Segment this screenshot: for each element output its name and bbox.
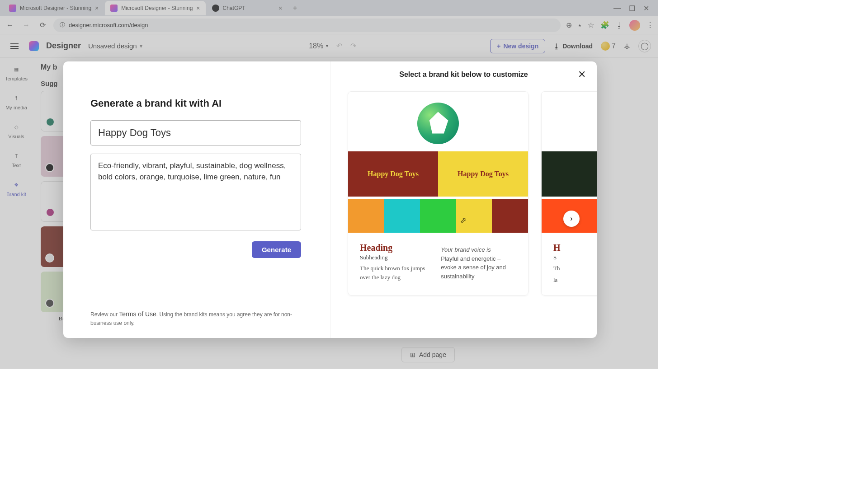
sample-body: la [553,276,561,285]
sample-subheading: Subheading [360,254,432,261]
kit-typography: Heading Subheading The quick brown fox j… [348,233,528,282]
color-chip [348,199,384,233]
kit-banners: Happy Dog Toys Happy Dog Toys [348,151,528,197]
brand-name-input[interactable] [90,120,301,145]
modal-right-panel: ✕ Select a brand kit below to customize … [330,61,597,338]
color-chip [492,199,528,233]
sample-heading: H [553,243,561,253]
color-chip [384,199,420,233]
voice-label: Your brand voice is [441,245,516,254]
brand-kit-card[interactable]: H H S Th la [541,91,597,296]
kit-typography: H S Th la [542,233,597,284]
kit-carousel[interactable]: Happy Dog Toys Happy Dog Toys Heading Su… [330,91,597,296]
sample-body: Th [553,264,561,273]
close-modal-button[interactable]: ✕ [578,69,586,80]
banner-primary: H [542,151,597,197]
terms-prefix: Review our [90,311,119,318]
voice-body: Playful and energetic – evoke a sense of… [441,254,516,281]
banner-primary: Happy Dog Toys [348,151,438,197]
color-palette [348,199,528,233]
brand-kit-modal: Generate a brand kit with AI Eco-friendl… [63,61,597,338]
kit-selector-title: Select a brand kit below to customize [330,70,597,79]
modal-title: Generate a brand kit with AI [90,98,301,109]
sample-subheading: S [553,254,561,261]
chevron-right-icon: › [570,215,572,223]
banner-secondary: Happy Dog Toys [438,151,528,197]
sample-heading: Heading [360,243,432,253]
color-chip [420,199,456,233]
generate-button[interactable]: Generate [252,241,301,258]
carousel-next-button[interactable]: › [563,211,580,227]
terms-text: Review our Terms of Use. Using the brand… [90,310,301,327]
color-chip [456,199,492,233]
brand-description-input[interactable]: Eco-friendly, vibrant, playful, sustaina… [90,154,301,230]
kit-banners: H [542,151,597,197]
terms-link[interactable]: Terms of Use [119,310,156,318]
brand-kit-card[interactable]: Happy Dog Toys Happy Dog Toys Heading Su… [348,91,528,296]
sample-body: The quick brown fox jumps over the lazy … [360,264,432,282]
modal-left-panel: Generate a brand kit with AI Eco-friendl… [63,61,330,338]
kit-logo [417,103,459,144]
